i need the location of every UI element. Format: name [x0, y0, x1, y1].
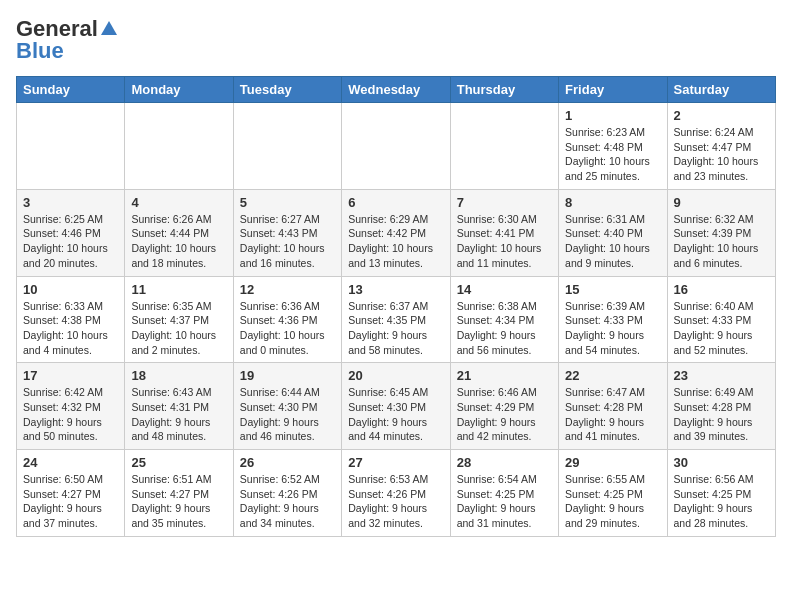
day-number: 15: [565, 282, 660, 297]
calendar-cell: 18Sunrise: 6:43 AMSunset: 4:31 PMDayligh…: [125, 363, 233, 450]
logo: General Blue: [16, 16, 119, 64]
calendar-cell: 16Sunrise: 6:40 AMSunset: 4:33 PMDayligh…: [667, 276, 775, 363]
weekday-header-sunday: Sunday: [17, 77, 125, 103]
day-number: 18: [131, 368, 226, 383]
day-info: Sunrise: 6:27 AMSunset: 4:43 PMDaylight:…: [240, 213, 325, 269]
calendar-cell: 29Sunrise: 6:55 AMSunset: 4:25 PMDayligh…: [559, 450, 667, 537]
calendar-cell: 7Sunrise: 6:30 AMSunset: 4:41 PMDaylight…: [450, 189, 558, 276]
day-info: Sunrise: 6:32 AMSunset: 4:39 PMDaylight:…: [674, 213, 759, 269]
calendar-cell: 10Sunrise: 6:33 AMSunset: 4:38 PMDayligh…: [17, 276, 125, 363]
day-info: Sunrise: 6:52 AMSunset: 4:26 PMDaylight:…: [240, 473, 320, 529]
calendar-cell: 8Sunrise: 6:31 AMSunset: 4:40 PMDaylight…: [559, 189, 667, 276]
day-info: Sunrise: 6:56 AMSunset: 4:25 PMDaylight:…: [674, 473, 754, 529]
day-info: Sunrise: 6:24 AMSunset: 4:47 PMDaylight:…: [674, 126, 759, 182]
day-info: Sunrise: 6:37 AMSunset: 4:35 PMDaylight:…: [348, 300, 428, 356]
calendar-cell: 1Sunrise: 6:23 AMSunset: 4:48 PMDaylight…: [559, 103, 667, 190]
day-number: 17: [23, 368, 118, 383]
calendar-week-row: 10Sunrise: 6:33 AMSunset: 4:38 PMDayligh…: [17, 276, 776, 363]
calendar-cell: 26Sunrise: 6:52 AMSunset: 4:26 PMDayligh…: [233, 450, 341, 537]
day-info: Sunrise: 6:26 AMSunset: 4:44 PMDaylight:…: [131, 213, 216, 269]
calendar-cell: 20Sunrise: 6:45 AMSunset: 4:30 PMDayligh…: [342, 363, 450, 450]
day-info: Sunrise: 6:44 AMSunset: 4:30 PMDaylight:…: [240, 386, 320, 442]
day-info: Sunrise: 6:35 AMSunset: 4:37 PMDaylight:…: [131, 300, 216, 356]
weekday-header-monday: Monday: [125, 77, 233, 103]
day-number: 25: [131, 455, 226, 470]
day-info: Sunrise: 6:42 AMSunset: 4:32 PMDaylight:…: [23, 386, 103, 442]
day-number: 10: [23, 282, 118, 297]
calendar-cell: 30Sunrise: 6:56 AMSunset: 4:25 PMDayligh…: [667, 450, 775, 537]
calendar-week-row: 17Sunrise: 6:42 AMSunset: 4:32 PMDayligh…: [17, 363, 776, 450]
day-number: 4: [131, 195, 226, 210]
day-info: Sunrise: 6:30 AMSunset: 4:41 PMDaylight:…: [457, 213, 542, 269]
day-info: Sunrise: 6:33 AMSunset: 4:38 PMDaylight:…: [23, 300, 108, 356]
day-info: Sunrise: 6:23 AMSunset: 4:48 PMDaylight:…: [565, 126, 650, 182]
calendar-cell: 21Sunrise: 6:46 AMSunset: 4:29 PMDayligh…: [450, 363, 558, 450]
day-number: 13: [348, 282, 443, 297]
calendar-cell: [125, 103, 233, 190]
day-number: 16: [674, 282, 769, 297]
day-info: Sunrise: 6:25 AMSunset: 4:46 PMDaylight:…: [23, 213, 108, 269]
weekday-header-thursday: Thursday: [450, 77, 558, 103]
weekday-header-tuesday: Tuesday: [233, 77, 341, 103]
calendar-cell: 19Sunrise: 6:44 AMSunset: 4:30 PMDayligh…: [233, 363, 341, 450]
day-info: Sunrise: 6:40 AMSunset: 4:33 PMDaylight:…: [674, 300, 754, 356]
calendar-cell: [342, 103, 450, 190]
page-header: General Blue: [16, 16, 776, 64]
day-info: Sunrise: 6:45 AMSunset: 4:30 PMDaylight:…: [348, 386, 428, 442]
day-number: 28: [457, 455, 552, 470]
day-info: Sunrise: 6:51 AMSunset: 4:27 PMDaylight:…: [131, 473, 211, 529]
day-number: 19: [240, 368, 335, 383]
calendar-cell: 25Sunrise: 6:51 AMSunset: 4:27 PMDayligh…: [125, 450, 233, 537]
calendar-cell: 3Sunrise: 6:25 AMSunset: 4:46 PMDaylight…: [17, 189, 125, 276]
day-number: 14: [457, 282, 552, 297]
calendar-cell: [233, 103, 341, 190]
day-info: Sunrise: 6:43 AMSunset: 4:31 PMDaylight:…: [131, 386, 211, 442]
day-number: 26: [240, 455, 335, 470]
day-info: Sunrise: 6:54 AMSunset: 4:25 PMDaylight:…: [457, 473, 537, 529]
day-number: 7: [457, 195, 552, 210]
calendar-cell: 27Sunrise: 6:53 AMSunset: 4:26 PMDayligh…: [342, 450, 450, 537]
day-info: Sunrise: 6:47 AMSunset: 4:28 PMDaylight:…: [565, 386, 645, 442]
calendar-cell: 17Sunrise: 6:42 AMSunset: 4:32 PMDayligh…: [17, 363, 125, 450]
day-info: Sunrise: 6:53 AMSunset: 4:26 PMDaylight:…: [348, 473, 428, 529]
day-number: 21: [457, 368, 552, 383]
day-info: Sunrise: 6:55 AMSunset: 4:25 PMDaylight:…: [565, 473, 645, 529]
calendar-header-row: SundayMondayTuesdayWednesdayThursdayFrid…: [17, 77, 776, 103]
calendar-cell: 22Sunrise: 6:47 AMSunset: 4:28 PMDayligh…: [559, 363, 667, 450]
calendar-week-row: 1Sunrise: 6:23 AMSunset: 4:48 PMDaylight…: [17, 103, 776, 190]
calendar-cell: 2Sunrise: 6:24 AMSunset: 4:47 PMDaylight…: [667, 103, 775, 190]
calendar-cell: [17, 103, 125, 190]
calendar-cell: 24Sunrise: 6:50 AMSunset: 4:27 PMDayligh…: [17, 450, 125, 537]
day-info: Sunrise: 6:36 AMSunset: 4:36 PMDaylight:…: [240, 300, 325, 356]
weekday-header-saturday: Saturday: [667, 77, 775, 103]
calendar-table: SundayMondayTuesdayWednesdayThursdayFrid…: [16, 76, 776, 537]
calendar-cell: 5Sunrise: 6:27 AMSunset: 4:43 PMDaylight…: [233, 189, 341, 276]
day-number: 24: [23, 455, 118, 470]
calendar-week-row: 3Sunrise: 6:25 AMSunset: 4:46 PMDaylight…: [17, 189, 776, 276]
calendar-cell: 13Sunrise: 6:37 AMSunset: 4:35 PMDayligh…: [342, 276, 450, 363]
day-number: 20: [348, 368, 443, 383]
day-number: 2: [674, 108, 769, 123]
day-number: 11: [131, 282, 226, 297]
svg-marker-0: [101, 21, 117, 35]
day-info: Sunrise: 6:29 AMSunset: 4:42 PMDaylight:…: [348, 213, 433, 269]
day-number: 6: [348, 195, 443, 210]
calendar-cell: 4Sunrise: 6:26 AMSunset: 4:44 PMDaylight…: [125, 189, 233, 276]
calendar-cell: 14Sunrise: 6:38 AMSunset: 4:34 PMDayligh…: [450, 276, 558, 363]
calendar-cell: 9Sunrise: 6:32 AMSunset: 4:39 PMDaylight…: [667, 189, 775, 276]
calendar-cell: 6Sunrise: 6:29 AMSunset: 4:42 PMDaylight…: [342, 189, 450, 276]
day-number: 27: [348, 455, 443, 470]
weekday-header-wednesday: Wednesday: [342, 77, 450, 103]
calendar-cell: 23Sunrise: 6:49 AMSunset: 4:28 PMDayligh…: [667, 363, 775, 450]
calendar-week-row: 24Sunrise: 6:50 AMSunset: 4:27 PMDayligh…: [17, 450, 776, 537]
day-info: Sunrise: 6:46 AMSunset: 4:29 PMDaylight:…: [457, 386, 537, 442]
calendar-cell: [450, 103, 558, 190]
day-number: 29: [565, 455, 660, 470]
day-number: 12: [240, 282, 335, 297]
day-number: 8: [565, 195, 660, 210]
logo-icon: [99, 19, 119, 39]
day-number: 5: [240, 195, 335, 210]
calendar-cell: 11Sunrise: 6:35 AMSunset: 4:37 PMDayligh…: [125, 276, 233, 363]
day-info: Sunrise: 6:31 AMSunset: 4:40 PMDaylight:…: [565, 213, 650, 269]
calendar-cell: 15Sunrise: 6:39 AMSunset: 4:33 PMDayligh…: [559, 276, 667, 363]
